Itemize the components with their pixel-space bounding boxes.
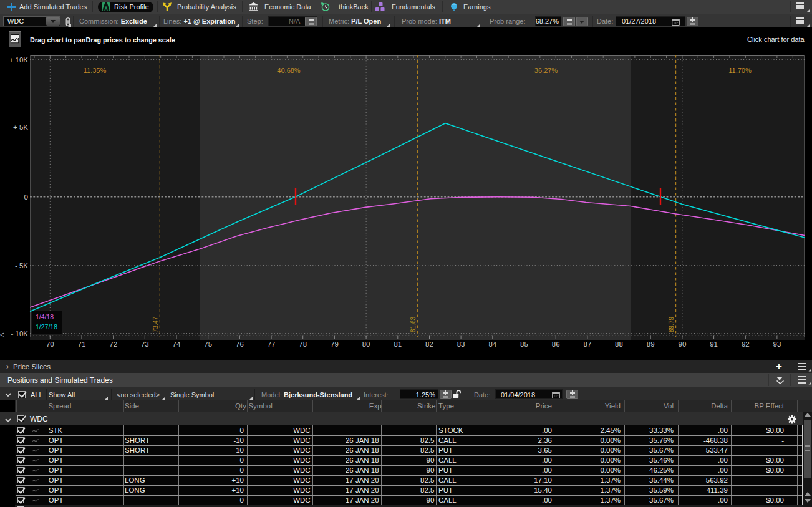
svg-text:11.70%: 11.70% <box>728 67 752 74</box>
svg-text:91: 91 <box>710 340 718 348</box>
svg-text:87: 87 <box>584 340 592 348</box>
svg-text:76: 76 <box>236 340 244 348</box>
svg-text:88: 88 <box>615 340 623 348</box>
svg-text:75: 75 <box>204 340 212 348</box>
svg-text:73.47: 73.47 <box>152 317 159 332</box>
svg-text:81.63: 81.63 <box>410 317 417 332</box>
svg-text:<: < <box>0 331 4 339</box>
svg-text:90: 90 <box>679 340 687 348</box>
svg-text:73: 73 <box>141 340 149 348</box>
svg-text:74: 74 <box>173 340 181 348</box>
svg-text:11.35%: 11.35% <box>84 67 107 74</box>
svg-text:81: 81 <box>394 340 402 348</box>
svg-text:36.27%: 36.27% <box>534 67 558 74</box>
svg-text:85: 85 <box>520 340 528 348</box>
svg-text:72: 72 <box>109 340 117 348</box>
svg-text:78: 78 <box>299 340 307 348</box>
svg-text:70: 70 <box>46 340 54 348</box>
svg-text:- 5K: - 5K <box>15 262 28 269</box>
svg-text:77: 77 <box>268 340 276 348</box>
svg-text:83: 83 <box>457 340 465 348</box>
svg-text:+ 10K: + 10K <box>9 56 29 64</box>
svg-text:+ 5K: + 5K <box>13 123 28 131</box>
svg-text:86: 86 <box>552 340 560 348</box>
svg-text:92: 92 <box>742 340 750 348</box>
svg-text:1/27/18: 1/27/18 <box>36 323 57 331</box>
svg-text:1/4/18: 1/4/18 <box>36 313 54 321</box>
svg-text:80: 80 <box>362 340 370 348</box>
svg-text:89: 89 <box>647 340 655 348</box>
svg-text:- 10K: - 10K <box>11 330 29 337</box>
svg-text:82: 82 <box>425 340 433 348</box>
svg-text:89.79: 89.79 <box>668 317 675 332</box>
svg-text:71: 71 <box>78 340 86 348</box>
svg-text:40.68%: 40.68% <box>277 67 301 74</box>
svg-text:0: 0 <box>24 193 28 201</box>
svg-text:93: 93 <box>773 340 781 348</box>
svg-text:84: 84 <box>488 340 496 348</box>
svg-text:79: 79 <box>331 340 339 348</box>
